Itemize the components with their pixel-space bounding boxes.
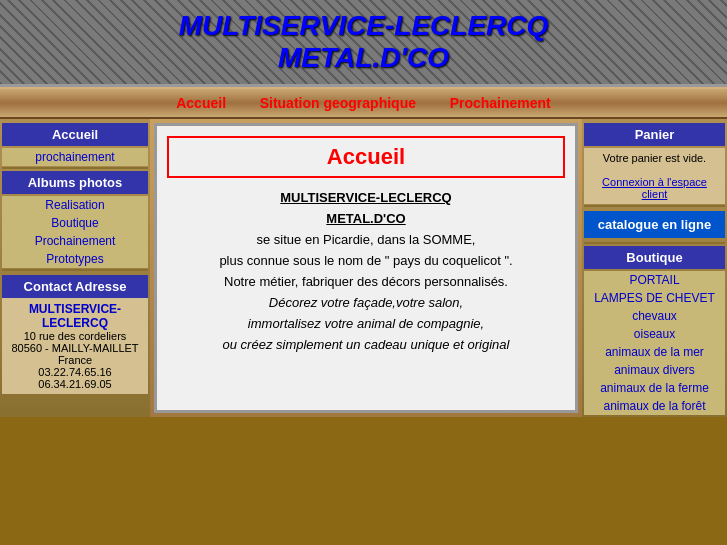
center-content: Accueil MULTISERVICE-LECLERCQ METAL.D'CO… [154,123,578,413]
boutique-header: Boutique [584,246,725,269]
nav-accueil[interactable]: Accueil [176,95,226,111]
contact-content: MULTISERVICE-LECLERCQ 10 rue des cordeli… [2,298,148,394]
center-para-7: immortalisez votre animal de compagnie, [167,316,565,331]
contact-phone1: 03.22.74.65.16 [38,366,111,378]
panier-status: Votre panier est vide. [603,152,706,164]
divider3 [584,205,725,207]
page-title: Accueil [167,136,565,178]
center-para-4: plus connue sous le nom de " pays du coq… [167,253,565,268]
center-para-2: METAL.D'CO [167,211,565,226]
nav-situation[interactable]: Situation geographique [260,95,416,111]
boutique-link-chevaux[interactable]: chevaux [584,307,725,325]
boutique-link-ferme[interactable]: animaux de la ferme [584,379,725,397]
center-para-5: Notre métier, fabriquer des décors perso… [167,274,565,289]
sidebar-link-prototypes[interactable]: Prototypes [2,250,148,268]
panier-connexion-link[interactable]: Connexion à l'espace client [602,176,707,200]
sidebar-link-prochainement2[interactable]: Prochainement [2,232,148,250]
nav-prochainement[interactable]: Prochainement [450,95,551,111]
panier-content: Votre panier est vide. Connexion à l'esp… [584,148,725,204]
center-para-8: ou créez simplement un cadeau unique et … [167,337,565,352]
contact-header: Contact Adresse [2,275,148,298]
main-layout: Accueil prochainement Albums photos Real… [0,119,727,417]
contact-phone2: 06.34.21.69.05 [38,378,111,390]
contact-address1: 10 rue des cordeliers [24,330,127,342]
center-para-6: Décorez votre façade,votre salon, [167,295,565,310]
navbar: Accueil Situation geographique Prochaine… [0,87,727,119]
contact-address2: 80560 - MAILLY-MAILLET [11,342,138,354]
left-sidebar: Accueil prochainement Albums photos Real… [0,119,150,417]
contact-name-link[interactable]: MULTISERVICE-LECLERCQ [29,302,121,330]
title-line1: MULTISERVICE-LECLERCQ [179,10,549,41]
sidebar-accueil-header: Accueil [2,123,148,146]
sidebar-link-realisation[interactable]: Realisation [2,196,148,214]
boutique-link-divers[interactable]: animaux divers [584,361,725,379]
catalogue-btn[interactable]: catalogue en ligne [584,211,725,238]
center-para-3: se situe en Picardie, dans la SOMME, [167,232,565,247]
divider4 [584,242,725,244]
header: MULTISERVICE-LECLERCQ METAL.D'CO [0,0,727,87]
panier-header: Panier [584,123,725,146]
right-sidebar: Panier Votre panier est vide. Connexion … [582,119,727,417]
divider [2,167,148,169]
boutique-link-portail[interactable]: PORTAIL [584,271,725,289]
site-title: MULTISERVICE-LECLERCQ METAL.D'CO [10,10,717,74]
contact-country: France [58,354,92,366]
sidebar-link-boutique[interactable]: Boutique [2,214,148,232]
boutique-link-mer[interactable]: animaux de la mer [584,343,725,361]
sidebar-link-prochainement[interactable]: prochainement [2,148,148,166]
divider2 [2,269,148,271]
boutique-link-lampes[interactable]: LAMPES DE CHEVET [584,289,725,307]
sidebar-albums-header: Albums photos [2,171,148,194]
title-line2: METAL.D'CO [278,42,449,73]
center-para-1: MULTISERVICE-LECLERCQ [167,190,565,205]
boutique-link-foret[interactable]: animaux de la forêt [584,397,725,415]
boutique-link-oiseaux[interactable]: oiseaux [584,325,725,343]
